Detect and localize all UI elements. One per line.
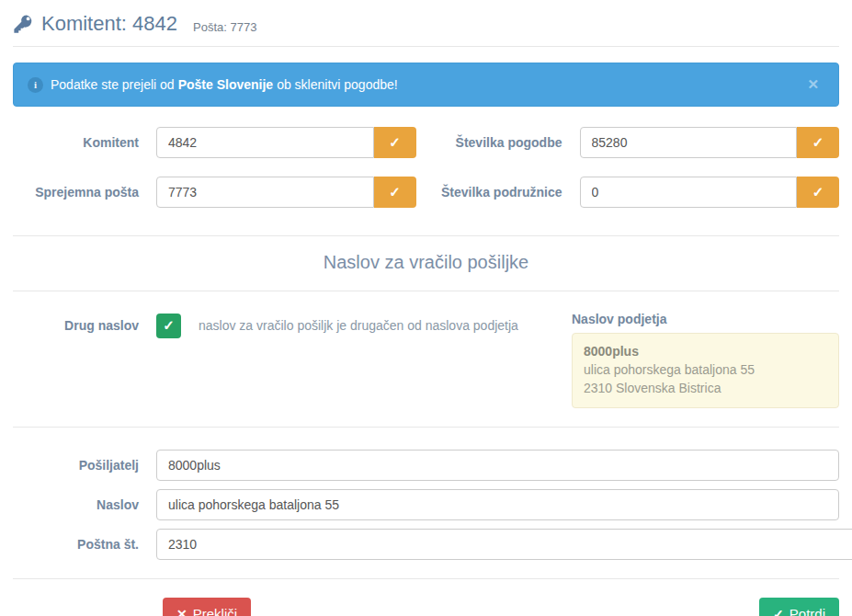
check-icon: ✓	[812, 184, 824, 200]
key-icon	[13, 14, 33, 34]
field-komitent: Komitent ✓	[13, 127, 416, 158]
banner-text-prefix: Podatke ste prejeli od	[51, 77, 175, 92]
banner-text-suffix: ob sklenitvi pogodbe!	[277, 77, 398, 92]
page-header: Komitent: 4842 Pošta: 7773	[13, 0, 839, 47]
page-title: Komitent: 4842	[41, 12, 177, 36]
stevilka-pogodbe-confirm-button[interactable]: ✓	[797, 127, 839, 158]
komitent-confirm-button[interactable]: ✓	[374, 127, 416, 158]
sprejemna-posta-label: Sprejemna pošta	[13, 185, 156, 200]
company-address-block: Naslov podjetja 8000plus ulica pohorskeg…	[572, 312, 839, 408]
sprejemna-posta-input-group: ✓	[156, 177, 416, 208]
close-icon[interactable]: ✕	[801, 76, 824, 93]
banner-text-bold: Pošte Slovenije	[178, 77, 273, 92]
divider	[13, 235, 839, 236]
page: Komitent: 4842 Pošta: 7773 i Podatke ste…	[0, 0, 852, 616]
confirm-button[interactable]: ✓ Potrdi	[759, 598, 839, 616]
field-stevilka-pogodbe: Številka pogodbe ✓	[437, 127, 840, 158]
info-icon: i	[28, 77, 43, 93]
stevilka-podruznice-confirm-button[interactable]: ✓	[797, 177, 839, 208]
sender-label: Pošiljatelj	[13, 458, 156, 473]
company-name: 8000plus	[584, 343, 827, 361]
stevilka-podruznice-input-group: ✓	[580, 177, 840, 208]
check-icon: ✓	[389, 184, 401, 200]
cancel-button-label: Prekliči	[193, 606, 237, 616]
form-actions: ✕ Prekliči ✓ Potrdi	[13, 598, 839, 616]
stevilka-pogodbe-input-group: ✓	[580, 127, 840, 158]
cancel-button[interactable]: ✕ Prekliči	[163, 598, 251, 616]
postal-label: Poštna št.	[13, 537, 156, 552]
company-address-heading: Naslov podjetja	[572, 312, 839, 326]
sprejemna-posta-input[interactable]	[156, 177, 374, 208]
other-address-checkbox[interactable]: ✓	[156, 314, 181, 338]
stevilka-pogodbe-input[interactable]	[580, 127, 798, 158]
sender-row: Pošiljatelj	[13, 450, 839, 481]
komitent-label: Komitent	[13, 135, 156, 150]
sender-input[interactable]	[156, 450, 839, 481]
confirm-button-label: Potrdi	[790, 606, 825, 616]
return-address-form: Pošiljatelj Naslov Poštna št. Kraj Držav…	[13, 450, 839, 560]
street-label: Naslov	[13, 497, 156, 512]
company-address-note: 8000plus ulica pohorskega bataljona 55 2…	[572, 333, 839, 408]
other-address-description: naslov za vračilo pošiljk je drugačen od…	[199, 318, 518, 333]
stevilka-podruznice-label: Številka podružnice	[437, 185, 580, 200]
other-address-section: Drug naslov ✓ naslov za vračilo pošiljk …	[13, 312, 839, 408]
field-sprejemna-posta: Sprejemna pošta ✓	[13, 177, 416, 208]
company-city: 2310 Slovenska Bistrica	[584, 380, 827, 398]
divider	[13, 427, 839, 428]
company-street: ulica pohorskega bataljona 55	[584, 361, 827, 380]
divider	[13, 291, 839, 291]
sprejemna-posta-confirm-button[interactable]: ✓	[374, 177, 416, 208]
field-stevilka-podruznice: Številka podružnice ✓	[437, 177, 840, 208]
check-icon: ✓	[163, 317, 175, 334]
section-title: Naslov za vračilo pošiljke	[13, 252, 839, 273]
page-subtitle: Pošta: 7773	[193, 15, 256, 34]
stevilka-pogodbe-label: Številka pogodbe	[437, 135, 580, 150]
stevilka-podruznice-input[interactable]	[580, 177, 798, 208]
other-address-toggle-row: Drug naslov ✓ naslov za vračilo pošiljk …	[13, 312, 572, 339]
postal-city-country-row: Poštna št. Kraj Država	[13, 529, 839, 560]
komitent-input-group: ✓	[156, 127, 416, 158]
form-row: Sprejemna pošta ✓ Številka podružnice ✓	[13, 177, 839, 208]
komitent-input[interactable]	[156, 127, 374, 158]
contract-form: Komitent ✓ Številka pogodbe ✓ Sprejemna …	[13, 127, 839, 208]
postal-input[interactable]	[156, 529, 852, 560]
cross-icon: ✕	[176, 607, 187, 616]
check-icon: ✓	[389, 134, 401, 150]
info-banner: i Podatke ste prejeli od Pošte Slovenije…	[13, 63, 839, 107]
drug-naslov-label: Drug naslov	[13, 318, 156, 333]
check-icon: ✓	[812, 134, 824, 150]
check-icon: ✓	[773, 607, 784, 616]
form-row: Komitent ✓ Številka pogodbe ✓	[13, 127, 839, 158]
street-row: Naslov	[13, 489, 839, 520]
divider	[13, 578, 839, 579]
street-input[interactable]	[156, 489, 839, 520]
